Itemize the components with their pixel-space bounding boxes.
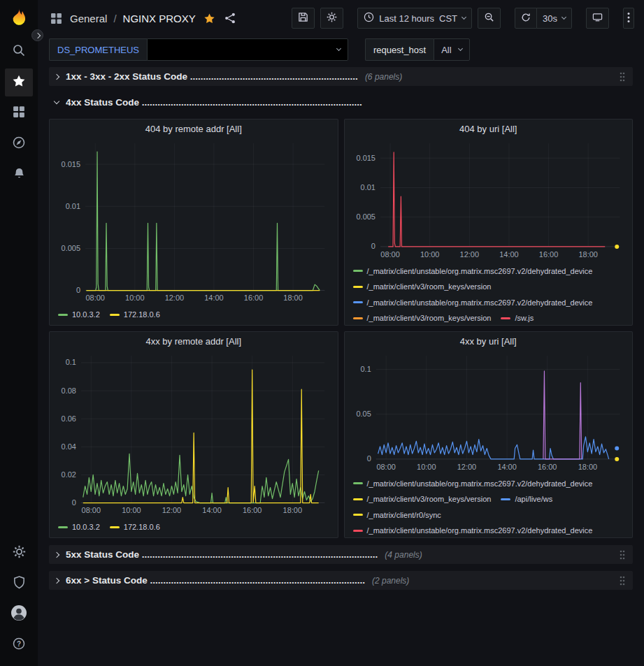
refresh-interval-select[interactable]: 30s [537, 8, 572, 29]
compass-icon [12, 136, 26, 152]
sidebar-item-dashboards[interactable] [5, 99, 33, 127]
svg-text:08:00: 08:00 [82, 507, 101, 515]
svg-text:0.005: 0.005 [62, 244, 80, 252]
row-header-4xx[interactable]: 4xx Status Code ........................… [49, 93, 633, 112]
legend-item[interactable]: /_matrix/client/unstable/org.matrix.msc2… [353, 477, 593, 491]
row-title: 1xx - 3xx - 2xx Status Code ............… [66, 71, 358, 82]
legend-item[interactable]: /_matrix/client/v3/room_keys/version [353, 280, 492, 294]
row-drag-handle[interactable] [617, 548, 627, 562]
sidebar-item-favorites[interactable] [5, 68, 33, 96]
chart-404-by-uri[interactable]: 08:0010:0012:0014:0016:0018:0000.0050.01… [345, 138, 633, 261]
sidebar-item-server-admin[interactable] [5, 570, 33, 598]
legend-color-mark [353, 286, 363, 288]
cycle-view-mode-button[interactable] [586, 8, 609, 29]
legend-item[interactable]: /_matrix/client/v3/room_keys/version [353, 311, 492, 325]
refresh-button[interactable] [515, 8, 537, 29]
row-header-5xx[interactable]: 5xx Status Code ........................… [49, 545, 633, 564]
legend-color-mark [353, 514, 363, 516]
chart-404-by-remote-addr[interactable]: 08:0010:0012:0014:0016:0018:0000.0050.01… [50, 138, 338, 305]
share-icon[interactable] [223, 11, 237, 25]
panel-title[interactable]: 404 by remote addr [All] [50, 120, 338, 138]
user-avatar[interactable] [5, 600, 33, 628]
save-icon [298, 12, 308, 24]
svg-text:16:00: 16:00 [244, 294, 263, 303]
svg-text:0.005: 0.005 [356, 212, 375, 221]
breadcrumb-folder[interactable]: General [70, 13, 107, 24]
legend-item[interactable]: /_matrix/client/r0/sync [353, 508, 441, 522]
chart-4xx-by-remote-addr[interactable]: 08:0010:0012:0014:0016:0018:0000.020.040… [50, 350, 338, 517]
legend-color-mark [110, 314, 120, 316]
panel-4xx-by-remote-addr: 4xx by remote addr [All] 08:0010:0012:00… [49, 331, 338, 538]
legend-item[interactable]: /api/live/ws [501, 492, 552, 506]
panel-title[interactable]: 404 by uri [All] [345, 120, 633, 138]
bell-icon [13, 167, 26, 183]
row-drag-handle[interactable] [617, 574, 627, 588]
panel-title[interactable]: 4xx by remote addr [All] [50, 332, 338, 350]
variable-selected-value: All [441, 45, 451, 55]
legend-item[interactable]: 172.18.0.6 [110, 520, 160, 534]
svg-text:10:00: 10:00 [125, 294, 144, 303]
refresh-interval-label: 30s [543, 13, 557, 24]
refresh-controls: 30s [515, 8, 572, 29]
svg-text:0.01: 0.01 [360, 183, 375, 191]
svg-text:12:00: 12:00 [459, 250, 478, 259]
save-dashboard-button[interactable] [292, 8, 315, 29]
row-title: 5xx Status Code ........................… [66, 549, 378, 560]
legend-item[interactable]: 172.18.0.6 [110, 307, 160, 321]
svg-text:0.1: 0.1 [66, 359, 76, 367]
time-range-label: Last 12 hours [379, 13, 434, 24]
variable-value-request-host[interactable]: All [434, 38, 469, 61]
svg-text:14:00: 14:00 [497, 463, 516, 471]
zoom-out-button[interactable] [478, 8, 501, 29]
favorite-star-icon[interactable] [202, 11, 217, 26]
sidebar-item-help[interactable]: ? [5, 631, 33, 659]
legend-label: /_matrix/client/v3/room_keys/version [367, 492, 492, 506]
legend-color-mark [501, 317, 510, 319]
search-icon [12, 43, 26, 60]
chevron-right-icon [54, 73, 59, 79]
sidebar-item-explore[interactable] [5, 130, 33, 158]
dashboard-settings-button[interactable] [320, 8, 343, 29]
row-header-6xx[interactable]: 6xx > Status Code ......................… [49, 571, 633, 590]
kebab-menu-button[interactable] [623, 8, 634, 29]
legend-color-mark [58, 526, 68, 528]
svg-text:14:00: 14:00 [202, 507, 221, 515]
legend-item[interactable]: /_matrix/client/unstable/org.matrix.msc2… [353, 523, 593, 537]
sidebar-item-search[interactable] [5, 38, 33, 66]
legend-item[interactable]: /_matrix/client/unstable/org.matrix.msc2… [353, 296, 593, 310]
legend-item[interactable]: /_matrix/client/unstable/org.matrix.msc2… [353, 264, 593, 278]
refresh-icon [521, 13, 531, 24]
grafana-logo-icon[interactable] [8, 7, 29, 28]
legend-color-mark [353, 270, 363, 272]
legend-item[interactable]: /_matrix/client/v3/room_keys/version [353, 492, 492, 506]
time-range-picker[interactable]: Last 12 hours CST [357, 8, 472, 29]
sidebar-item-alerting[interactable] [5, 161, 33, 189]
legend-label: /api/live/ws [515, 492, 552, 506]
legend-label: /_matrix/client/unstable/org.matrix.msc2… [367, 523, 593, 537]
row-4xx-panels: 404 by remote addr [All] 08:0010:0012:00… [49, 119, 633, 538]
clock-icon [364, 12, 374, 24]
gear-icon [13, 545, 26, 561]
svg-text:10:00: 10:00 [420, 250, 438, 259]
legend-item[interactable]: 10.0.3.2 [58, 307, 100, 321]
variable-value-ds-prometheus[interactable] [147, 38, 348, 61]
svg-text:0: 0 [72, 498, 76, 507]
row-drag-handle[interactable] [617, 70, 627, 84]
svg-text:0.02: 0.02 [62, 470, 76, 479]
legend-item[interactable]: /sw.js [501, 311, 534, 325]
legend-color-mark [353, 482, 363, 484]
legend-item[interactable]: 10.0.3.2 [58, 520, 100, 534]
panel-404-by-uri: 404 by uri [All] 08:0010:0012:0014:0016:… [344, 119, 634, 326]
tv-icon [592, 12, 603, 24]
chart-4xx-by-uri[interactable]: 08:0010:0012:0014:0016:0018:0000.050.1 [345, 350, 633, 473]
legend-color-mark [58, 314, 68, 316]
panel-4xx-by-uri: 4xx by uri [All] 08:0010:0012:0014:0016:… [344, 331, 634, 538]
row-header-1xx-3xx-2xx[interactable]: 1xx - 3xx - 2xx Status Code ............… [49, 67, 633, 86]
panel-404-by-remote-addr: 404 by remote addr [All] 08:0010:0012:00… [49, 119, 338, 326]
legend-label: /_matrix/client/unstable/org.matrix.msc2… [367, 296, 593, 310]
sidebar-expand-toggle[interactable] [31, 29, 43, 41]
panel-title[interactable]: 4xx by uri [All] [345, 332, 633, 350]
sidebar-item-configuration[interactable] [5, 539, 33, 567]
svg-text:14:00: 14:00 [499, 250, 518, 259]
shield-icon [13, 576, 25, 592]
